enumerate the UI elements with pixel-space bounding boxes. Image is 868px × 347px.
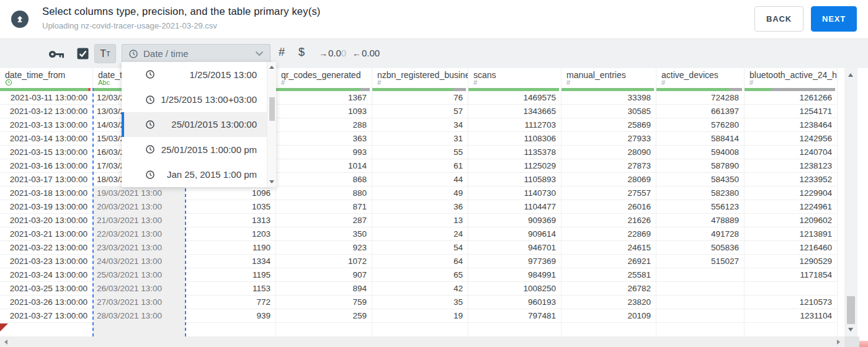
column-header-bluetooth_active_24_hr_[interactable]: bluetooth_active_24_hr_# bbox=[745, 68, 838, 91]
table-cell[interactable]: 34 bbox=[372, 118, 468, 132]
table-cell[interactable]: 1072 bbox=[276, 255, 372, 268]
table-cell[interactable]: 363 bbox=[276, 132, 372, 146]
table-cell[interactable]: 26921 bbox=[562, 255, 656, 268]
column-header-active_devices[interactable]: active_devices# bbox=[656, 68, 745, 91]
table-cell[interactable]: 594008 bbox=[656, 146, 745, 159]
table-cell[interactable] bbox=[745, 323, 838, 336]
table-cell[interactable]: 2021-03-26 13:00:00 bbox=[0, 296, 93, 309]
table-cell[interactable] bbox=[656, 296, 745, 309]
table-cell[interactable]: 33398 bbox=[562, 91, 656, 105]
table-cell[interactable]: 977369 bbox=[468, 255, 562, 268]
table-cell[interactable]: 19 bbox=[372, 309, 468, 323]
table-cell[interactable]: 2021-03-22 13:00:00 bbox=[0, 241, 93, 255]
checked-checkbox-button[interactable] bbox=[77, 48, 89, 59]
dropdown-item[interactable]: 25/01/2015 1:00:00 pm bbox=[122, 137, 267, 162]
table-cell[interactable]: 1140730 bbox=[468, 187, 562, 200]
table-cell[interactable]: 491728 bbox=[656, 227, 745, 241]
table-cell[interactable]: 1233952 bbox=[745, 173, 838, 187]
dropdown-scrollbar[interactable] bbox=[267, 62, 276, 187]
table-cell[interactable] bbox=[562, 323, 656, 336]
table-cell[interactable] bbox=[656, 268, 745, 282]
primary-key-button[interactable] bbox=[48, 50, 65, 59]
table-cell[interactable]: 1238464 bbox=[745, 118, 838, 132]
table-cell[interactable]: 1261266 bbox=[745, 91, 838, 105]
table-cell[interactable]: 724288 bbox=[656, 91, 745, 105]
column-header-date_time_from[interactable]: date_time_from bbox=[0, 68, 93, 91]
table-cell[interactable]: 25869 bbox=[562, 118, 656, 132]
table-cell[interactable]: 2021-03-19 13:00:00 bbox=[0, 200, 93, 214]
table-cell[interactable]: 1171854 bbox=[745, 268, 838, 282]
table-cell[interactable]: 909369 bbox=[468, 214, 562, 227]
number-type-button[interactable]: # bbox=[279, 46, 285, 59]
column-header-nzbn_registered_busine[interactable]: nzbn_registered_busine# bbox=[372, 68, 468, 91]
table-cell[interactable] bbox=[276, 323, 372, 336]
table-cell[interactable]: 1153 bbox=[186, 282, 276, 296]
table-cell[interactable]: 1035 bbox=[186, 200, 276, 214]
dropdown-item[interactable]: 1/25/2015 13:00+03:00 bbox=[122, 87, 267, 112]
table-cell[interactable]: 65 bbox=[372, 268, 468, 282]
table-cell[interactable]: 36 bbox=[372, 200, 468, 214]
table-cell[interactable]: 57 bbox=[372, 105, 468, 118]
table-cell[interactable]: 25/03/2021 13:00 bbox=[93, 268, 186, 282]
table-cell[interactable]: 55 bbox=[372, 146, 468, 159]
dropdown-scroll-thumb[interactable] bbox=[269, 97, 275, 121]
table-cell[interactable]: 2021-03-25 13:00:00 bbox=[0, 282, 93, 296]
table-cell[interactable]: 1105893 bbox=[468, 173, 562, 187]
table-cell[interactable]: 13 bbox=[372, 214, 468, 227]
scroll-down-icon[interactable] bbox=[269, 180, 274, 183]
table-cell[interactable]: 2021-03-24 13:00:00 bbox=[0, 268, 93, 282]
table-cell[interactable]: 259 bbox=[276, 309, 372, 323]
table-cell[interactable]: 2021-03-21 13:00:00 bbox=[0, 227, 93, 241]
table-cell[interactable]: 871 bbox=[276, 200, 372, 214]
table-cell[interactable]: 20/03/2021 13:00 bbox=[93, 200, 186, 214]
table-cell[interactable]: 287 bbox=[276, 214, 372, 227]
table-cell[interactable]: 2021-03-14 13:00:00 bbox=[0, 132, 93, 146]
table-cell[interactable]: 28090 bbox=[562, 146, 656, 159]
table-cell[interactable] bbox=[186, 323, 276, 336]
table-cell[interactable]: 2021-03-15 13:00:00 bbox=[0, 146, 93, 159]
table-cell[interactable]: 24/03/2021 13:00 bbox=[93, 255, 186, 268]
table-cell[interactable]: 19/03/2021 13:00 bbox=[93, 187, 186, 200]
table-cell[interactable]: 556123 bbox=[656, 200, 745, 214]
table-cell[interactable]: 1096 bbox=[186, 187, 276, 200]
table-cell[interactable]: 27933 bbox=[562, 132, 656, 146]
table-cell[interactable]: 2021-03-18 13:00:00 bbox=[0, 187, 93, 200]
table-cell[interactable]: 1210573 bbox=[745, 296, 838, 309]
table-cell[interactable]: 907 bbox=[276, 268, 372, 282]
table-cell[interactable]: 1290529 bbox=[745, 255, 838, 268]
table-cell[interactable]: 515027 bbox=[656, 255, 745, 268]
horizontal-scrollbar[interactable] bbox=[0, 336, 844, 347]
table-cell[interactable] bbox=[372, 323, 468, 336]
currency-type-button[interactable]: $ bbox=[298, 46, 305, 59]
table-cell[interactable] bbox=[468, 323, 562, 336]
table-cell[interactable]: 478889 bbox=[656, 214, 745, 227]
table-cell[interactable]: 576280 bbox=[656, 118, 745, 132]
table-cell[interactable]: 1014 bbox=[276, 159, 372, 173]
table-cell[interactable]: 27557 bbox=[562, 187, 656, 200]
scroll-up-icon[interactable] bbox=[848, 73, 853, 77]
scroll-left-icon[interactable] bbox=[4, 340, 7, 345]
table-cell[interactable]: 1190 bbox=[186, 241, 276, 255]
table-cell[interactable]: 588414 bbox=[656, 132, 745, 146]
table-cell[interactable]: 64 bbox=[372, 255, 468, 268]
table-cell[interactable] bbox=[745, 282, 838, 296]
table-cell[interactable]: 2021-03-17 13:00:00 bbox=[0, 173, 93, 187]
vertical-scroll-thumb[interactable] bbox=[847, 296, 855, 324]
table-cell[interactable]: 24615 bbox=[562, 241, 656, 255]
table-cell[interactable]: 960193 bbox=[468, 296, 562, 309]
table-cell[interactable]: 1224961 bbox=[745, 200, 838, 214]
table-cell[interactable]: 21/03/2021 13:00 bbox=[93, 214, 186, 227]
table-cell[interactable]: 23820 bbox=[562, 296, 656, 309]
text-type-button[interactable]: TT bbox=[94, 44, 116, 63]
table-cell[interactable]: 24 bbox=[372, 227, 468, 241]
table-cell[interactable]: 759 bbox=[276, 296, 372, 309]
table-cell[interactable]: 582380 bbox=[656, 187, 745, 200]
table-cell[interactable]: 21626 bbox=[562, 214, 656, 227]
dropdown-item[interactable]: 25/01/2015 13:00:00 bbox=[122, 112, 267, 137]
table-cell[interactable]: 31 bbox=[372, 132, 468, 146]
table-cell[interactable]: 661397 bbox=[656, 105, 745, 118]
table-cell[interactable]: 1008250 bbox=[468, 282, 562, 296]
table-cell[interactable]: 35 bbox=[372, 296, 468, 309]
table-cell[interactable]: 54 bbox=[372, 241, 468, 255]
table-cell[interactable]: 22869 bbox=[562, 227, 656, 241]
